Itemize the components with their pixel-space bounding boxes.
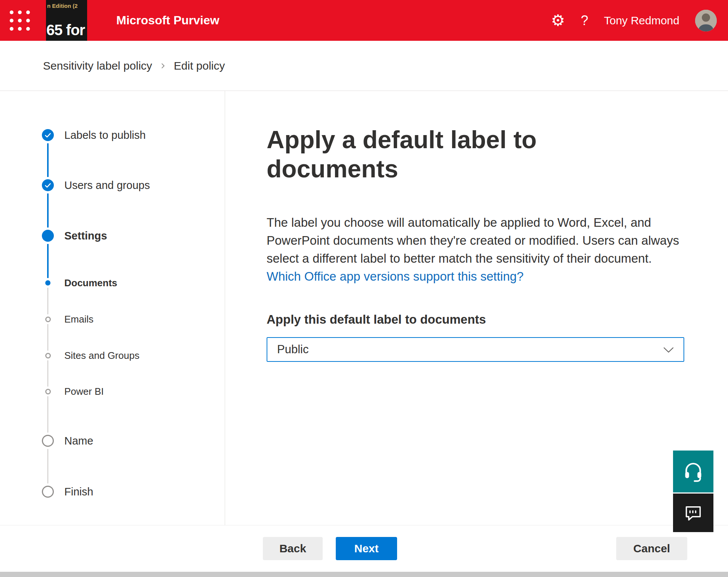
step-label: Name [64,435,93,447]
wizard-stepper: Labels to publish Users and groups Setti… [0,91,225,525]
page-description: The label you choose will automatically … [267,214,687,286]
main-panel: Apply a default label to documents The l… [225,91,728,525]
connector-complete [47,193,49,228]
default-label-field-label: Apply this default label to documents [267,312,728,327]
connector-complete [47,143,49,177]
page-bottom-edge [0,572,728,577]
step-power-bi[interactable]: Power BI [42,385,104,398]
app-launcher-button[interactable] [9,0,30,41]
description-text: The label you choose will automatically … [267,216,679,265]
pending-substep-ring-icon [42,385,54,398]
waffle-icon [10,10,30,31]
back-button[interactable]: Back [263,537,323,560]
step-finish[interactable]: Finish [42,485,93,498]
connector-complete [47,244,49,278]
chevron-right-icon [160,62,166,69]
connector-pending [47,324,48,351]
step-label: Emails [64,314,93,325]
settings-gear-icon[interactable]: ⚙ [551,13,565,28]
connector-pending [47,449,48,483]
office-versions-link[interactable]: Which Office app versions support this s… [267,269,523,283]
step-label: Users and groups [64,179,150,192]
step-users-and-groups[interactable]: Users and groups [42,179,150,192]
floating-help-widgets [673,451,713,532]
current-step-circle-icon [42,229,54,242]
step-label: Sites and Groups [64,350,139,361]
pending-step-circle-icon [42,434,54,447]
cancel-button[interactable]: Cancel [616,537,687,560]
feedback-button[interactable] [673,494,713,532]
top-bar-actions: ⚙ ? Tony Redmond [551,10,728,31]
step-name[interactable]: Name [42,434,93,447]
headset-icon [683,461,704,482]
pending-step-circle-icon [42,485,54,498]
current-substep-dot-icon [42,277,54,289]
app-title: Microsoft Purview [116,13,219,27]
connector-pending [47,396,48,433]
dropdown-selected-value: Public [277,343,308,356]
connector-pending [47,288,48,314]
connector-pending [47,360,48,387]
org-logo-text-top: n Edition (2 [47,3,78,9]
step-documents[interactable]: Documents [42,277,117,289]
step-labels-to-publish[interactable]: Labels to publish [42,129,146,141]
step-label: Power BI [64,386,104,397]
next-button[interactable]: Next [336,537,397,560]
step-label: Labels to publish [64,129,146,141]
step-settings[interactable]: Settings [42,229,107,242]
help-icon[interactable]: ? [581,14,588,27]
pending-substep-ring-icon [42,349,54,362]
support-headset-button[interactable] [673,451,713,492]
step-label: Documents [64,277,117,289]
step-label: Settings [64,230,107,242]
breadcrumb-edit-policy: Edit policy [174,59,225,72]
pending-substep-ring-icon [42,313,54,326]
step-label: Finish [64,486,93,498]
avatar[interactable] [695,10,717,31]
org-logo-text-main: 65 for [46,22,85,39]
step-sites-and-groups[interactable]: Sites and Groups [42,349,139,362]
org-logo[interactable]: n Edition (2 65 for [46,0,87,41]
page-title: Apply a default label to documents [267,125,596,184]
breadcrumb-sensitivity-label-policy[interactable]: Sensitivity label policy [43,59,152,72]
chevron-down-icon [663,343,674,356]
content-area: Labels to publish Users and groups Setti… [0,91,728,525]
top-bar: n Edition (2 65 for Microsoft Purview ⚙ … [0,0,728,41]
avatar-photo [695,10,717,31]
completed-step-check-icon [42,179,54,192]
user-name: Tony Redmond [604,14,679,27]
completed-step-check-icon [42,129,54,141]
default-label-dropdown[interactable]: Public [267,337,684,362]
step-emails[interactable]: Emails [42,313,93,326]
wizard-footer: Back Next Cancel [0,525,728,572]
feedback-chat-icon [684,503,703,523]
breadcrumb: Sensitivity label policy Edit policy [0,41,728,91]
